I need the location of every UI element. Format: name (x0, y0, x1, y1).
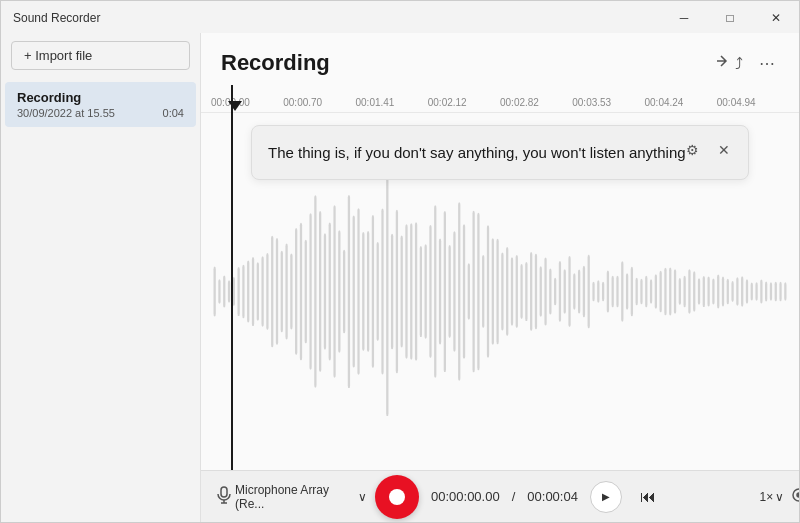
svg-rect-49 (444, 211, 446, 372)
timeline-mark-2: 00:01.41 (356, 97, 428, 112)
record-button[interactable] (375, 475, 419, 519)
timeline-mark-1: 00:00.70 (283, 97, 355, 112)
svg-rect-112 (746, 279, 748, 303)
svg-rect-11 (261, 256, 263, 326)
transcript-close-button[interactable]: ✕ (710, 136, 738, 164)
svg-rect-60 (496, 239, 498, 344)
svg-rect-34 (372, 215, 374, 368)
svg-rect-85 (616, 276, 618, 307)
svg-rect-9 (252, 257, 254, 326)
timeline-marks: 00:00.00 00:00.70 00:01.41 00:02.12 00:0… (201, 85, 799, 112)
svg-rect-104 (707, 276, 709, 306)
svg-rect-38 (391, 234, 393, 350)
current-time: 00:00:00.00 (431, 489, 500, 504)
svg-rect-31 (357, 208, 359, 375)
svg-rect-91 (645, 276, 647, 307)
app-body: + Import file Recording 30/09/2022 at 15… (1, 33, 799, 522)
svg-rect-58 (487, 225, 489, 358)
svg-rect-52 (458, 202, 460, 381)
recording-name: Recording (17, 90, 184, 105)
svg-rect-105 (712, 278, 714, 304)
recording-list-item[interactable]: Recording 30/09/2022 at 15.55 0:04 (5, 82, 196, 127)
svg-rect-27 (338, 230, 340, 352)
close-button[interactable]: ✕ (753, 2, 799, 34)
svg-rect-15 (281, 251, 283, 332)
svg-rect-63 (511, 257, 513, 325)
svg-rect-114 (755, 282, 757, 300)
svg-rect-84 (612, 276, 614, 308)
svg-rect-12 (266, 253, 268, 330)
svg-rect-83 (607, 270, 609, 312)
svg-rect-119 (779, 282, 781, 301)
share-icon: ⤴ (715, 53, 743, 73)
svg-rect-1 (214, 267, 216, 317)
svg-rect-16 (285, 244, 287, 340)
svg-rect-88 (631, 267, 633, 316)
svg-rect-75 (568, 256, 570, 327)
content-header: Recording ⤴ ⋯ (201, 33, 799, 85)
titlebar: Sound Recorder ─ □ ✕ (1, 1, 799, 33)
svg-rect-110 (736, 277, 738, 306)
svg-rect-13 (271, 236, 273, 348)
recording-meta: 30/09/2022 at 15.55 0:04 (17, 107, 184, 119)
svg-rect-23 (319, 211, 321, 372)
window-controls: ─ □ ✕ (661, 2, 799, 34)
svg-rect-78 (583, 266, 585, 317)
svg-rect-92 (650, 279, 652, 303)
svg-rect-68 (535, 254, 537, 329)
svg-rect-82 (602, 282, 604, 302)
close-icon: ✕ (718, 142, 730, 158)
svg-rect-28 (343, 250, 345, 334)
timeline-mark-5: 00:03.53 (572, 97, 644, 112)
svg-rect-98 (679, 278, 681, 305)
page-title: Recording (221, 50, 330, 76)
playhead (231, 85, 233, 470)
import-file-button[interactable]: + Import file (11, 41, 190, 70)
svg-rect-32 (362, 232, 364, 351)
svg-rect-79 (588, 255, 590, 328)
svg-rect-90 (640, 279, 642, 305)
record-indicator (389, 489, 405, 505)
minimize-button[interactable]: ─ (661, 2, 707, 34)
svg-rect-51 (453, 231, 455, 352)
svg-rect-72 (554, 278, 556, 306)
svg-rect-37 (386, 167, 388, 416)
svg-rect-55 (472, 211, 474, 372)
more-icon: ⋯ (759, 54, 775, 73)
speed-selector[interactable]: 1× ∨ (760, 490, 785, 504)
svg-rect-93 (655, 274, 657, 309)
svg-rect-87 (626, 273, 628, 310)
svg-rect-117 (770, 282, 772, 301)
maximize-button[interactable]: □ (707, 2, 753, 34)
svg-rect-4 (228, 280, 230, 303)
transcript-settings-button[interactable]: ⚙ (678, 136, 706, 164)
svg-rect-26 (333, 205, 335, 377)
svg-rect-118 (775, 282, 777, 302)
timeline-mark-6: 00:04.24 (645, 97, 717, 112)
transcript-text: The thing is, if you don't say anything,… (268, 144, 686, 161)
timeline-mark-7: 00:04.94 (717, 97, 789, 112)
more-options-button[interactable]: ⋯ (751, 47, 783, 79)
svg-rect-43 (415, 222, 417, 361)
timeline-mark-3: 00:02.12 (428, 97, 500, 112)
total-time: 00:00:04 (527, 489, 578, 504)
main-content: Recording ⤴ ⋯ (201, 33, 799, 522)
svg-rect-7 (242, 265, 244, 319)
mark-button[interactable]: Mark ∨ (792, 488, 799, 505)
svg-rect-101 (693, 271, 695, 312)
play-button[interactable]: ▶ (590, 481, 622, 513)
mic-icon (217, 486, 231, 507)
svg-rect-50 (449, 245, 451, 338)
settings-icon: ⚙ (686, 142, 699, 158)
svg-rect-42 (410, 223, 412, 359)
skip-to-start-button[interactable]: ⏮ (634, 483, 662, 511)
mic-selector[interactable]: Microphone Array (Re... ∨ (217, 483, 367, 511)
svg-rect-21 (309, 213, 311, 369)
timeline-mark-4: 00:02.82 (500, 97, 572, 112)
control-right: 1× ∨ Mark ∨ (670, 488, 799, 505)
svg-rect-69 (540, 266, 542, 317)
share-button[interactable]: ⤴ (713, 47, 745, 79)
svg-rect-99 (683, 276, 685, 308)
svg-rect-40 (401, 236, 403, 348)
svg-rect-106 (717, 275, 719, 309)
